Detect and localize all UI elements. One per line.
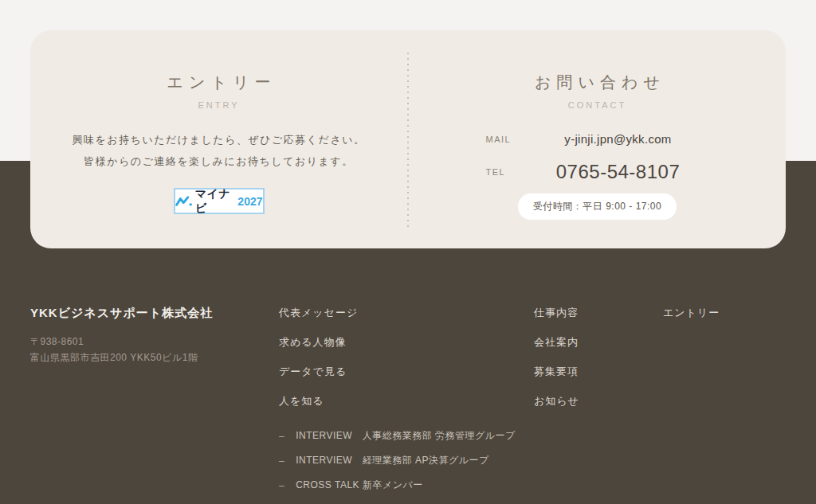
entry-title: エントリー	[162, 72, 277, 93]
footer-nav-entry: エントリー	[663, 306, 720, 335]
footer-link-company-info[interactable]: 会社案内	[534, 335, 579, 350]
footer-sublink-label: INTERVIEW 経理業務部 AP決算グループ	[296, 454, 489, 467]
mail-label: MAIL	[486, 135, 528, 144]
footer-sublink-interview-2[interactable]: – INTERVIEW 経理業務部 AP決算グループ	[279, 454, 516, 467]
company-name: YKKビジネスサポート株式会社	[30, 306, 213, 321]
footer-link-message[interactable]: 代表メッセージ	[279, 306, 516, 320]
footer-nav-site: 仕事内容 会社案内 募集要項 お知らせ	[534, 306, 579, 424]
office-hours-badge: 受付時間：平日 9:00 - 17:00	[518, 193, 677, 220]
tel-row: TEL 0765-54-8107	[486, 161, 709, 183]
entry-lead-line1: 興味をお持ちいただけましたら、ぜひご応募ください。	[73, 134, 366, 146]
footer-link-job-description[interactable]: 仕事内容	[534, 306, 579, 320]
dash-icon: –	[279, 431, 284, 442]
contact-section: お問い合わせ CONTACT MAIL y-jinji.jpn@ykk.com …	[409, 30, 786, 248]
mynavi-year-text: 2027	[237, 195, 262, 208]
footer-link-requirements[interactable]: 募集要項	[534, 365, 579, 379]
footer-link-entry[interactable]: エントリー	[663, 306, 720, 320]
footer-people-sublist: – INTERVIEW 人事総務業務部 労務管理グループ – INTERVIEW…	[279, 429, 516, 504]
phone-number-link[interactable]: 0765-54-8107	[528, 161, 709, 183]
footer-link-news[interactable]: お知らせ	[534, 394, 579, 408]
tel-label: TEL	[486, 167, 528, 177]
entry-section: エントリー ENTRY 興味をお持ちいただけましたら、ぜひご応募ください。 皆様…	[30, 30, 407, 248]
postal-code: 〒938-8601	[30, 336, 84, 347]
entry-subtitle: ENTRY	[198, 100, 239, 110]
street-address: 富山県黒部市吉田200 YKK50ビル1階	[30, 352, 198, 363]
contact-subtitle: CONTACT	[568, 100, 626, 110]
footer-sublink-label: INTERVIEW 人事総務業務部 労務管理グループ	[296, 429, 516, 443]
mynavi-brand-text: マイナビ	[195, 187, 236, 216]
footer-link-data[interactable]: データで見る	[279, 365, 516, 379]
entry-lead-text: 興味をお持ちいただけましたら、ぜひご応募ください。 皆様からのご連絡を楽しみにお…	[73, 129, 366, 172]
dash-icon: –	[279, 480, 284, 491]
footer-sublink-interview-1[interactable]: – INTERVIEW 人事総務業務部 労務管理グループ	[279, 429, 516, 443]
mail-address-link[interactable]: y-jinji.jpn@ykk.com	[528, 132, 709, 146]
footer-company-block: YKKビジネスサポート株式会社 〒938-8601 富山県黒部市吉田200 YK…	[30, 306, 213, 365]
footer-sublink-label: CROSS TALK 新卒メンバー	[296, 479, 423, 492]
footer-link-people[interactable]: 人を知る	[279, 394, 516, 408]
entry-contact-card: エントリー ENTRY 興味をお持ちいただけましたら、ぜひご応募ください。 皆様…	[30, 30, 786, 248]
footer-nav-main: 代表メッセージ 求める人物像 データで見る 人を知る – INTERVIEW 人…	[279, 306, 516, 504]
dash-icon: –	[279, 455, 284, 467]
company-address: 〒938-8601 富山県黒部市吉田200 YKK50ビル1階	[30, 334, 213, 365]
footer-link-ideal-person[interactable]: 求める人物像	[279, 335, 516, 350]
mynavi-2027-banner[interactable]: マイナビ 2027	[174, 188, 265, 214]
page: エントリー ENTRY 興味をお持ちいただけましたら、ぜひご応募ください。 皆様…	[0, 0, 816, 504]
contact-rows: MAIL y-jinji.jpn@ykk.com TEL 0765-54-810…	[486, 132, 709, 183]
contact-title: お問い合わせ	[529, 72, 665, 93]
mynavi-logo-icon	[175, 194, 193, 209]
footer-sublink-crosstalk-1[interactable]: – CROSS TALK 新卒メンバー	[279, 479, 516, 492]
entry-lead-line2: 皆様からのご連絡を楽しみにお待ちしております。	[84, 155, 353, 167]
mail-row: MAIL y-jinji.jpn@ykk.com	[486, 132, 709, 146]
